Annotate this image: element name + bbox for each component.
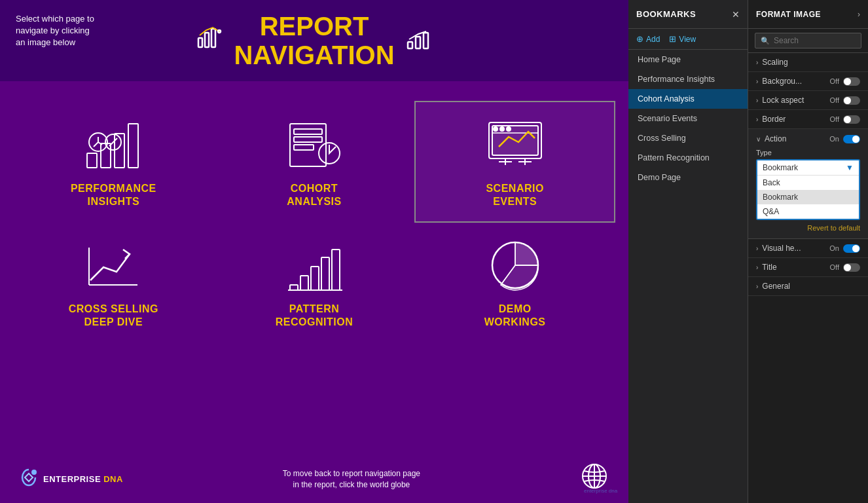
svg-rect-10 (128, 124, 138, 168)
bookmarks-panel: BOOKMARKS ✕ ⊕ Add ⊞ View Home Page Perfo… (628, 0, 748, 503)
svg-rect-5 (416, 37, 420, 48)
revert-to-default-link[interactable]: Revert to default (756, 220, 860, 233)
border-toggle[interactable] (843, 115, 860, 124)
dropdown-option-back[interactable]: Back (757, 176, 859, 190)
dropdown-selected-text: Bookmark (763, 163, 798, 172)
format-search-box: 🔍 (755, 33, 861, 48)
svg-rect-4 (408, 42, 412, 48)
nav-item-demo-workings[interactable]: DEMOWORKINGS (414, 223, 615, 342)
report-footer: ENTERPRISE DNA To move back to report na… (0, 455, 628, 503)
performance-insights-label: PERFORMANCEINSIGHTS (71, 182, 156, 208)
format-section-title[interactable]: › Title Off (748, 258, 868, 277)
action-toggle[interactable] (843, 135, 860, 143)
action-type-label: Type (756, 149, 860, 157)
nav-item-cross-selling[interactable]: CROSS SELLINGDEEP DIVE (13, 223, 214, 342)
dropdown-option-qa[interactable]: Q&A (757, 204, 859, 219)
scenario-events-icon (479, 115, 551, 174)
cohort-analysis-icon (278, 115, 350, 174)
performance-insights-icon (77, 115, 149, 174)
lock-aspect-toggle[interactable] (843, 96, 860, 105)
svg-rect-15 (294, 129, 322, 134)
visual-header-toggle[interactable] (843, 244, 860, 253)
bookmark-item-cohort-analysis[interactable]: Cohort Analysis (628, 89, 748, 109)
svg-rect-31 (290, 285, 298, 290)
bookmarks-title: BOOKMARKS (636, 9, 696, 19)
bookmarks-close-button[interactable]: ✕ (732, 9, 740, 20)
visual-header-toggle-label: On (829, 244, 839, 252)
action-type-dropdown[interactable]: Bookmark ▼ Back Bookmark Q&A (756, 159, 860, 220)
format-panel-next-icon[interactable]: › (858, 10, 860, 19)
svg-rect-7 (87, 153, 97, 168)
general-label: General (762, 282, 790, 291)
cross-selling-label: CROSS SELLINGDEEP DIVE (69, 303, 158, 329)
watermark: enterprise dna (584, 483, 623, 498)
background-label: Backgrou... (762, 77, 802, 86)
format-section-background[interactable]: › Backgrou... Off (748, 72, 868, 91)
add-icon: ⊕ (636, 34, 643, 44)
svg-rect-6 (424, 33, 428, 48)
report-title: REPORT NAVIGATION (234, 12, 394, 69)
lock-aspect-chevron-icon: › (756, 97, 758, 104)
bookmark-item-pattern-recognition[interactable]: Pattern Recognition (628, 148, 748, 168)
nav-grid: PERFORMANCEINSIGHTS COHORTANALYSIS (0, 81, 628, 348)
scenario-events-label: SCENARIOEVENTS (486, 182, 543, 208)
svg-rect-32 (300, 276, 308, 290)
action-header-row[interactable]: ∨ Action On (756, 134, 860, 143)
svg-point-22 (500, 127, 504, 131)
bookmark-item-home-page[interactable]: Home Page (628, 50, 748, 69)
action-toggle-label: On (829, 135, 839, 143)
bookmark-item-cross-selling[interactable]: Cross Selling (628, 128, 748, 148)
bookmarks-view-button[interactable]: ⊞ View (669, 34, 696, 44)
svg-rect-16 (294, 137, 322, 142)
svg-line-13 (109, 138, 117, 146)
bookmarks-actions: ⊕ Add ⊞ View (628, 29, 748, 50)
format-search-container: 🔍 (748, 29, 868, 53)
format-section-scaling[interactable]: › Scaling (748, 53, 868, 72)
demo-workings-icon (479, 236, 551, 295)
bookmarks-add-button[interactable]: ⊕ Add (636, 34, 660, 44)
nav-item-cohort-analysis[interactable]: COHORTANALYSIS (214, 101, 415, 223)
format-section-general[interactable]: › General (748, 277, 868, 296)
header-instruction: Select which page to navigate by clickin… (16, 13, 101, 49)
footer-brand-text: ENTERPRISE DNA (43, 474, 123, 484)
format-search-input[interactable] (774, 36, 856, 45)
action-section-label: Action (765, 134, 786, 143)
border-label: Border (762, 115, 786, 124)
cross-selling-icon (77, 236, 149, 295)
visual-header-chevron-icon: › (756, 245, 758, 252)
search-icon: 🔍 (761, 37, 770, 45)
nav-item-pattern-recognition[interactable]: PATTERNRECOGNITION (214, 223, 415, 342)
background-toggle-label: Off (830, 77, 839, 85)
header-chart-right-icon (405, 28, 431, 54)
svg-rect-34 (321, 257, 329, 290)
background-chevron-icon: › (756, 78, 758, 85)
pattern-recognition-label: PATTERNRECOGNITION (276, 303, 353, 329)
enterprise-dna-logo-icon (20, 468, 38, 491)
lock-aspect-toggle-label: Off (830, 96, 839, 104)
dropdown-arrow-icon: ▼ (846, 163, 854, 172)
action-chevron-icon: ∨ (756, 136, 761, 143)
bookmark-item-demo-page[interactable]: Demo Page (628, 168, 748, 187)
scaling-chevron-icon: › (756, 59, 758, 66)
report-header: Select which page to navigate by clickin… (0, 0, 628, 81)
background-toggle[interactable] (843, 77, 860, 86)
bookmark-item-performance-insights[interactable]: Performance Insights (628, 69, 748, 89)
title-toggle[interactable] (843, 263, 860, 272)
dropdown-option-bookmark[interactable]: Bookmark (757, 190, 859, 204)
border-chevron-icon: › (756, 116, 758, 123)
title-section-label: Title (762, 263, 776, 272)
nav-item-scenario-events[interactable]: SCENARIOEVENTS (414, 101, 615, 223)
format-panel-header: FORMAT IMAGE › (748, 0, 868, 29)
format-section-action: ∨ Action On Type Bookmark ▼ Back Bookma (748, 129, 868, 239)
nav-item-performance-insights[interactable]: PERFORMANCEINSIGHTS (13, 101, 214, 223)
header-chart-left-icon (197, 26, 223, 55)
svg-point-3 (218, 30, 221, 33)
format-section-lock-aspect[interactable]: › Lock aspect Off (748, 91, 868, 110)
dropdown-selected-row[interactable]: Bookmark ▼ (757, 160, 859, 176)
scaling-label: Scaling (762, 58, 787, 67)
footer-brand: ENTERPRISE DNA (20, 468, 123, 491)
bookmark-item-scenario-events[interactable]: Scenario Events (628, 109, 748, 128)
format-section-visual-header[interactable]: › Visual he... On (748, 239, 868, 258)
header-title-group: REPORT NAVIGATION (197, 12, 431, 69)
format-section-border[interactable]: › Border Off (748, 110, 868, 129)
